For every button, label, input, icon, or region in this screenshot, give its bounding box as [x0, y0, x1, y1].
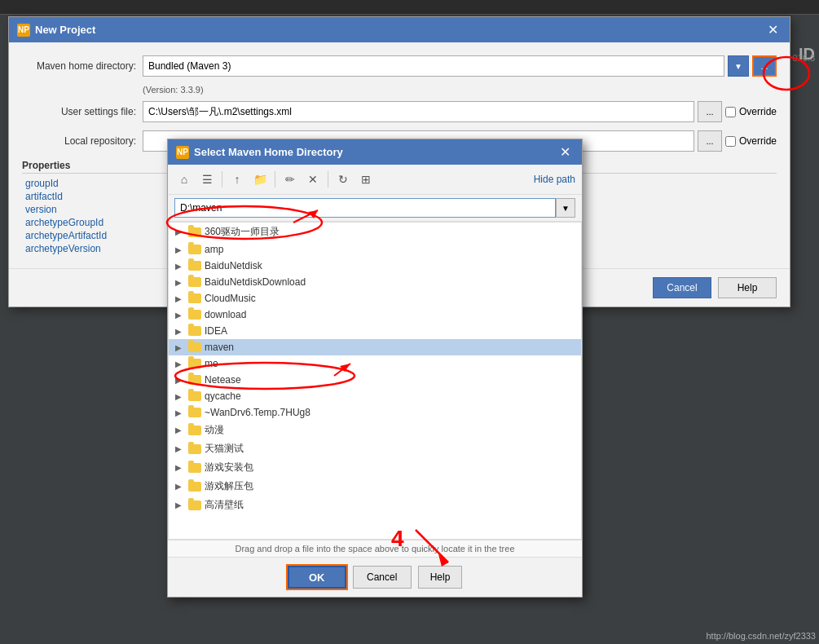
user-settings-browse-button[interactable]: ...: [698, 101, 722, 122]
tree-item-label: BaiduNetdiskDownload: [205, 276, 306, 288]
tree-icon[interactable]: ⊞: [356, 170, 376, 189]
tree-item-label: amp: [205, 244, 223, 255]
list-icon[interactable]: ☰: [197, 170, 217, 189]
tree-item[interactable]: ▶Netease: [169, 372, 581, 388]
tree-item-arrow: ▶: [175, 359, 185, 368]
maven-cancel-button[interactable]: Cancel: [353, 566, 412, 589]
maven-home-select[interactable]: Bundled (Maven 3): [143, 55, 724, 77]
new-project-help-button[interactable]: Help: [718, 277, 777, 298]
folder-new-icon[interactable]: 📁: [250, 170, 270, 189]
folder-icon: [188, 391, 201, 401]
maven-ok-button[interactable]: OK: [288, 566, 346, 589]
tree-item-arrow: ▶: [175, 278, 185, 287]
tree-item[interactable]: ▶CloudMusic: [169, 290, 581, 307]
toolbar-separator-1: [222, 171, 222, 187]
tree-item[interactable]: ▶IDEA: [169, 323, 581, 339]
folder-icon: [188, 501, 201, 510]
refresh-icon[interactable]: ↻: [333, 170, 353, 189]
ide-top-bar: [0, 0, 819, 15]
tree-item-arrow: ▶: [175, 463, 185, 472]
tree-item-label: 360驱动一师目录: [205, 225, 280, 239]
tree-item-arrow: ▶: [175, 311, 185, 320]
user-settings-input[interactable]: [143, 101, 694, 122]
maven-dialog-title-text: Select Maven Home Directory: [194, 146, 343, 158]
folder-edit-icon[interactable]: ✏: [280, 170, 300, 189]
tree-item-arrow: ▶: [175, 408, 185, 417]
folder-icon: [188, 227, 201, 237]
tree-item[interactable]: ▶download: [169, 307, 581, 323]
new-project-icon: NP: [17, 24, 30, 37]
path-input[interactable]: [174, 198, 556, 218]
maven-version-text: (Version: 3.3.9): [143, 85, 777, 95]
tree-item[interactable]: ▶游戏解压包: [169, 477, 581, 496]
tree-item[interactable]: ▶天猫测试: [169, 439, 581, 458]
folder-up-icon[interactable]: ↑: [227, 170, 247, 189]
toolbar-separator-3: [328, 171, 328, 187]
new-project-title-text: New Project: [35, 24, 95, 36]
local-repo-browse-button[interactable]: ...: [698, 130, 722, 152]
tree-item-arrow: ▶: [175, 227, 185, 236]
maven-home-dropdown-arrow[interactable]: ▼: [728, 55, 749, 77]
delete-icon[interactable]: ✕: [303, 170, 323, 189]
folder-icon: [188, 261, 201, 271]
tree-item[interactable]: ▶~WanDrv6.Temp.7HUg8: [169, 404, 581, 421]
tree-item-label: IDEA: [205, 325, 227, 337]
maven-dialog-titlebar: NP Select Maven Home Directory ✕: [168, 139, 582, 165]
new-project-titlebar: NP New Project ✕: [9, 17, 790, 42]
maven-home-row: Maven home directory: Bundled (Maven 3) …: [22, 55, 777, 77]
local-repo-label: Local repository:: [22, 135, 136, 147]
tree-item[interactable]: ▶me: [169, 355, 581, 372]
tree-item-arrow: ▶: [175, 376, 185, 385]
tree-item-label: BaiduNetdisk: [205, 260, 262, 271]
maven-help-button[interactable]: Help: [418, 566, 463, 589]
new-project-close-button[interactable]: ✕: [764, 22, 782, 37]
override2-label: Override: [725, 135, 777, 147]
tree-item-label: 游戏安装包: [205, 461, 253, 474]
tree-item[interactable]: ▶maven: [169, 339, 581, 355]
new-project-cancel-button[interactable]: Cancel: [653, 277, 711, 298]
override1-label: Override: [725, 106, 777, 117]
drag-hint: Drag and drop a file into the space abov…: [168, 540, 582, 557]
tree-item-label: Netease: [205, 374, 241, 386]
maven-home-dialog: NP Select Maven Home Directory ✕ ⌂ ☰ ↑ 📁…: [167, 139, 583, 598]
file-tree[interactable]: ▶360驱动一师目录▶amp▶BaiduNetdisk▶BaiduNetdisk…: [168, 222, 582, 540]
tree-item-label: 高清壁纸: [205, 498, 244, 512]
tree-item-label: maven: [205, 342, 234, 353]
folder-icon: [188, 426, 201, 435]
tree-item-arrow: ▶: [175, 392, 185, 401]
override1-checkbox[interactable]: [725, 107, 736, 117]
tree-item[interactable]: ▶amp: [169, 241, 581, 258]
override2-text: Override: [739, 135, 777, 147]
tree-item[interactable]: ▶360驱动一师目录: [169, 223, 581, 241]
override2-checkbox[interactable]: [725, 136, 736, 147]
home-icon[interactable]: ⌂: [174, 170, 194, 189]
tree-item-arrow: ▶: [175, 501, 185, 509]
user-settings-label: User settings file:: [22, 106, 136, 117]
tree-item[interactable]: ▶游戏安装包: [169, 458, 581, 477]
tree-item[interactable]: ▶高清壁纸: [169, 496, 581, 514]
folder-icon: [188, 310, 201, 320]
tree-item-arrow: ▶: [175, 294, 185, 303]
tree-item-arrow: ▶: [175, 482, 185, 491]
maven-home-label: Maven home directory:: [22, 60, 136, 72]
folder-icon: [188, 375, 201, 385]
maven-dialog-close-button[interactable]: ✕: [557, 144, 574, 160]
folder-icon: [188, 408, 201, 417]
tree-item[interactable]: ▶BaiduNetdiskDownload: [169, 274, 581, 290]
tree-item-label: ~WanDrv6.Temp.7HUg8: [205, 407, 310, 418]
user-settings-input-container: ... Override: [143, 101, 777, 122]
toolbar-separator-2: [275, 171, 275, 187]
tree-item[interactable]: ▶qycache: [169, 388, 581, 404]
maven-browse-button[interactable]: ...: [752, 55, 777, 77]
path-toggle-button[interactable]: ▼: [556, 198, 575, 218]
tree-item[interactable]: ▶动漫: [169, 421, 581, 439]
tree-item-label: me: [205, 358, 218, 369]
tree-item[interactable]: ▶BaiduNetdisk: [169, 258, 581, 274]
override1-text: Override: [739, 106, 777, 117]
maven-home-value: Bundled (Maven 3): [148, 60, 231, 72]
path-bar: ▼: [168, 195, 582, 222]
folder-icon: [188, 326, 201, 336]
tree-item-label: qycache: [205, 390, 241, 402]
folder-icon: [188, 293, 201, 303]
hide-path-link[interactable]: Hide path: [534, 174, 575, 185]
